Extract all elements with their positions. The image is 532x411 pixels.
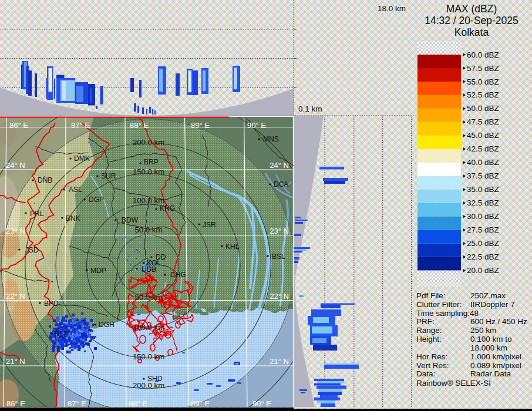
svg-text:57.5 dBZ: 57.5 dBZ — [467, 64, 499, 73]
svg-text:24° N: 24° N — [270, 161, 289, 170]
svg-text:100.0 km: 100.0 km — [133, 323, 164, 332]
svg-text:47.5 dBZ: 47.5 dBZ — [467, 117, 499, 126]
svg-text:DNB: DNB — [38, 176, 52, 184]
svg-text:Time sampling:48: Time sampling:48 — [416, 309, 479, 318]
svg-text:42.5 dBZ: 42.5 dBZ — [467, 144, 499, 153]
svg-text:21° N: 21° N — [6, 357, 25, 366]
svg-text:Pdf File:: Pdf File: — [416, 291, 446, 300]
svg-text:23° N: 23° N — [270, 227, 289, 235]
svg-text:250Z.max: 250Z.max — [470, 291, 506, 300]
svg-text:30.0 dBZ: 30.0 dBZ — [467, 212, 499, 221]
svg-text:18.0 km: 18.0 km — [378, 4, 406, 13]
svg-text:Clutter Filter:: Clutter Filter: — [416, 300, 462, 309]
svg-text:87° E: 87° E — [71, 121, 90, 130]
svg-text:24° N: 24° N — [6, 161, 25, 170]
svg-text:JSD: JSD — [25, 246, 39, 254]
svg-text:90° E: 90° E — [252, 399, 271, 408]
svg-text:PRL: PRL — [30, 210, 44, 218]
svg-text:150.0 km: 150.0 km — [133, 167, 164, 176]
svg-text:KHL: KHL — [225, 242, 240, 251]
svg-text:20.0 dBZ: 20.0 dBZ — [467, 266, 499, 275]
svg-text:JSR: JSR — [203, 221, 216, 229]
svg-text:PRF:: PRF: — [416, 317, 435, 326]
svg-text:Range:: Range: — [416, 326, 442, 335]
svg-text:Kolkata: Kolkata — [454, 26, 489, 38]
svg-text:150.0 km: 150.0 km — [133, 352, 164, 361]
svg-text:UDB: UDB — [142, 265, 156, 274]
svg-text:100.0 km: 100.0 km — [133, 196, 164, 205]
svg-text:0.1 km: 0.1 km — [298, 105, 322, 113]
svg-text:Hor Res:: Hor Res: — [416, 352, 447, 361]
svg-text:250 km: 250 km — [470, 326, 496, 335]
svg-text:23° N: 23° N — [6, 227, 25, 235]
svg-text:200.0 km: 200.0 km — [133, 138, 164, 147]
svg-text:90° E: 90° E — [247, 121, 266, 130]
svg-text:88° E: 88° E — [129, 399, 147, 408]
svg-text:600 Hz / 450 Hz: 600 Hz / 450 Hz — [470, 317, 527, 326]
svg-text:87° E: 87° E — [68, 399, 86, 408]
svg-text:DMK: DMK — [74, 154, 90, 163]
svg-text:89° E: 89° E — [191, 121, 210, 130]
svg-text:DGP: DGP — [89, 196, 104, 204]
svg-text:52.5 dBZ: 52.5 dBZ — [467, 90, 499, 99]
svg-text:22° N: 22° N — [6, 292, 25, 301]
svg-text:18.000 km: 18.000 km — [470, 343, 507, 352]
svg-text:ASL: ASL — [69, 186, 82, 194]
svg-text:22.5 dBZ: 22.5 dBZ — [467, 252, 499, 261]
svg-text:21° N: 21° N — [270, 357, 289, 366]
svg-text:200.0 km: 200.0 km — [133, 381, 164, 390]
svg-text:BNK: BNK — [66, 214, 80, 223]
svg-text:KRG: KRG — [160, 204, 175, 213]
svg-text:Height:: Height: — [416, 335, 442, 343]
svg-text:BRP: BRP — [144, 158, 159, 166]
svg-text:CHG: CHG — [170, 271, 186, 279]
svg-text:55.0 dBZ: 55.0 dBZ — [467, 78, 499, 86]
svg-text:50.0 dBZ: 50.0 dBZ — [467, 104, 499, 113]
svg-text:45.0 dBZ: 45.0 dBZ — [467, 131, 499, 140]
svg-text:BLS: BLS — [55, 330, 68, 338]
svg-text:89° E: 89° E — [191, 399, 210, 408]
svg-text:DCA: DCA — [274, 180, 288, 188]
svg-text:22° N: 22° N — [270, 292, 289, 301]
svg-text:0.100 km to: 0.100 km to — [470, 335, 512, 343]
svg-text:MAX (dBZ): MAX (dBZ) — [446, 3, 497, 15]
svg-text:86° E: 86° E — [6, 399, 25, 408]
svg-text:Rainbow® SELEX-SI: Rainbow® SELEX-SI — [416, 379, 491, 388]
svg-text:Data:: Data: — [416, 369, 435, 378]
svg-text:IIRDoppler 7: IIRDoppler 7 — [470, 300, 515, 309]
svg-text:SUR: SUR — [101, 172, 116, 180]
svg-text:40.0 dBZ: 40.0 dBZ — [467, 158, 499, 167]
svg-text:32.5 dBZ: 32.5 dBZ — [467, 198, 499, 207]
svg-text:Vert Res:: Vert Res: — [416, 361, 449, 370]
svg-text:BPD: BPD — [44, 299, 59, 308]
svg-text:DGH: DGH — [99, 321, 115, 329]
svg-text:0.089 km/pixel: 0.089 km/pixel — [470, 361, 521, 370]
svg-text:BSL: BSL — [272, 252, 285, 261]
svg-text:60.0 dBZ: 60.0 dBZ — [467, 50, 499, 59]
svg-text:50.0 km: 50.0 km — [135, 293, 163, 302]
svg-text:MNS: MNS — [263, 135, 279, 143]
svg-text:Radar Data: Radar Data — [470, 369, 511, 378]
svg-text:BDW: BDW — [122, 216, 139, 224]
svg-text:86° E: 86° E — [9, 121, 28, 130]
svg-text:35.0 dBZ: 35.0 dBZ — [467, 185, 499, 194]
svg-text:88° E: 88° E — [130, 121, 149, 130]
svg-text:50.0 km: 50.0 km — [135, 225, 163, 234]
svg-text:MDP: MDP — [90, 267, 106, 275]
svg-text:27.5 dBZ: 27.5 dBZ — [467, 225, 499, 234]
svg-text:1.000 km/pixel: 1.000 km/pixel — [470, 352, 521, 361]
svg-text:14:32 / 20-Sep-2025: 14:32 / 20-Sep-2025 — [425, 15, 518, 26]
svg-text:25.0 dBZ: 25.0 dBZ — [467, 239, 499, 248]
svg-text:37.5 dBZ: 37.5 dBZ — [467, 171, 499, 180]
